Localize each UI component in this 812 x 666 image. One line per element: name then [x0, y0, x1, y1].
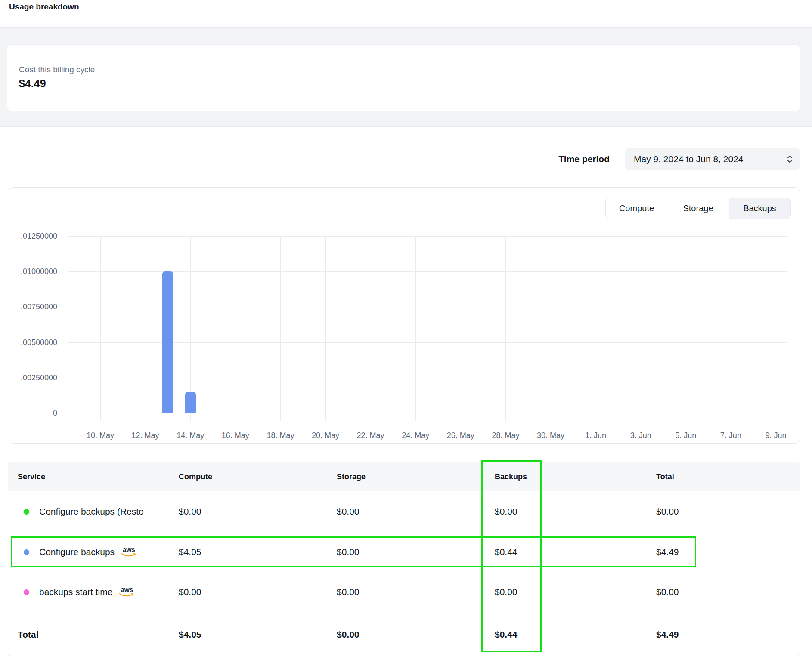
billing-summary-card: Cost this billing cycle $4.49: [7, 45, 800, 111]
grid-line: [68, 378, 787, 378]
x-axis-line: [68, 413, 787, 413]
table-row: Configure backups (Resto $0.00 $0.00 $0.…: [8, 491, 800, 532]
x-axis-label: 14. May: [167, 431, 214, 440]
grid-line: [100, 236, 101, 421]
grid-line: [461, 236, 461, 421]
chart-series-tabs: Compute Storage Backups: [605, 198, 791, 219]
time-period-select[interactable]: May 9, 2024 to Jun 8, 2024: [625, 148, 800, 170]
table-row: backups start time aws $0.00 $0.00 $0.00…: [8, 572, 800, 612]
total-cost: $0.00: [656, 506, 679, 517]
column-header-backups: Backups: [495, 462, 527, 491]
x-axis-label: 22. May: [347, 431, 394, 440]
grid-line: [776, 236, 776, 421]
service-color-dot: [24, 549, 29, 555]
backups-cost: $0.00: [495, 587, 518, 597]
x-axis-label: 12. May: [122, 431, 169, 440]
grid-line: [596, 236, 596, 421]
table-header-row: Service Compute Storage Backups Total: [8, 462, 800, 491]
billing-summary-band: Cost this billing cycle $4.49: [0, 27, 812, 127]
y-axis-label: .01000000: [3, 267, 57, 276]
table-row: Configure backups aws $4.05 $0.00 $0.44 …: [8, 532, 800, 572]
service-color-dot: [24, 589, 29, 595]
grid-line: [68, 271, 787, 272]
compute-cost: $0.00: [179, 506, 201, 517]
grid-line: [236, 236, 236, 421]
backups-cost: $0.00: [495, 506, 518, 517]
x-axis-label: 26. May: [437, 431, 484, 440]
service-name: Configure backups: [39, 547, 115, 557]
storage-cost: $0.00: [337, 506, 360, 517]
grid-line: [686, 236, 686, 421]
x-axis-label: 18. May: [257, 431, 304, 440]
service-cell: backups start time aws: [8, 572, 134, 612]
x-axis-label: 16. May: [212, 431, 259, 440]
grid-line: [415, 236, 416, 421]
chevron-up-down-icon: [787, 154, 793, 164]
x-axis-label: 20. May: [302, 431, 349, 440]
tab-backups[interactable]: Backups: [729, 198, 790, 219]
y-axis-label: 0: [3, 408, 57, 418]
summary-card-value: $4.49: [19, 77, 46, 90]
time-period-value: May 9, 2024 to Jun 8, 2024: [634, 154, 744, 164]
x-axis-label: 30. May: [527, 431, 574, 440]
grid-line: [371, 236, 371, 421]
total-cost: $0.00: [656, 587, 679, 597]
tab-compute[interactable]: Compute: [606, 198, 667, 219]
grid-line: [68, 236, 68, 421]
grid-line: [325, 236, 326, 421]
total-backups: $0.44: [495, 629, 518, 640]
usage-table-card: Service Compute Storage Backups Total Co…: [8, 462, 800, 656]
service-color-dot: [24, 509, 29, 515]
storage-cost: $0.00: [337, 547, 360, 557]
service-cell: Configure backups (Resto: [8, 491, 144, 532]
table-total-row: Total $4.05 $0.00 $0.44 $4.49: [8, 612, 800, 657]
grid-line: [68, 342, 787, 343]
grid-line: [68, 236, 787, 237]
total-cost: $4.49: [656, 547, 679, 557]
x-axis-label: 24. May: [392, 431, 439, 440]
total-compute: $4.05: [179, 629, 201, 640]
grid-line: [146, 236, 146, 421]
x-axis-label: 7. Jun: [707, 431, 754, 440]
page-title: Usage breakdown: [9, 2, 79, 12]
backups-cost: $0.44: [495, 547, 518, 557]
chart-bar: [185, 392, 196, 413]
column-header-service: Service: [18, 462, 45, 491]
aws-logo: aws: [119, 587, 134, 597]
y-axis-label: .00500000: [3, 338, 57, 347]
usage-chart-card: Compute Storage Backups .01250000.010000…: [9, 187, 800, 444]
grid-line: [68, 307, 787, 307]
chart-bar: [162, 271, 173, 413]
x-axis-label: 9. Jun: [752, 431, 800, 440]
total-storage: $0.00: [337, 629, 360, 640]
aws-logo: aws: [121, 547, 136, 557]
grid-line: [551, 236, 551, 421]
tab-storage[interactable]: Storage: [667, 198, 729, 219]
x-axis-label: 3. Jun: [617, 431, 664, 440]
grid-line: [280, 236, 281, 421]
column-header-total: Total: [656, 462, 674, 491]
y-axis-label: .00250000: [3, 373, 57, 382]
x-axis-label: 28. May: [482, 431, 529, 440]
total-total: $4.49: [656, 629, 679, 640]
storage-cost: $0.00: [337, 587, 360, 597]
time-period-row: Time period May 9, 2024 to Jun 8, 2024: [558, 148, 800, 170]
total-row-label: Total: [18, 629, 39, 640]
column-header-compute: Compute: [179, 462, 212, 491]
service-cell: Configure backups aws: [8, 532, 136, 572]
grid-line: [641, 236, 641, 421]
x-axis-label: 5. Jun: [662, 431, 710, 440]
y-axis-label: .01250000: [3, 231, 57, 241]
service-name: backups start time: [39, 587, 112, 597]
column-header-storage: Storage: [337, 462, 366, 491]
usage-breakdown-page: Usage breakdown Cost this billing cycle …: [0, 0, 812, 666]
y-axis-label: .00750000: [3, 302, 57, 311]
x-axis-label: 1. Jun: [572, 431, 620, 440]
grid-line: [731, 236, 731, 421]
time-period-label: Time period: [558, 154, 610, 164]
x-axis-label: 10. May: [77, 431, 124, 440]
compute-cost: $4.05: [179, 547, 201, 557]
grid-line: [505, 236, 506, 421]
bar-chart-plot: .01250000.01000000.00750000.00500000.002…: [68, 236, 787, 413]
service-name: Configure backups (Resto: [39, 506, 144, 517]
